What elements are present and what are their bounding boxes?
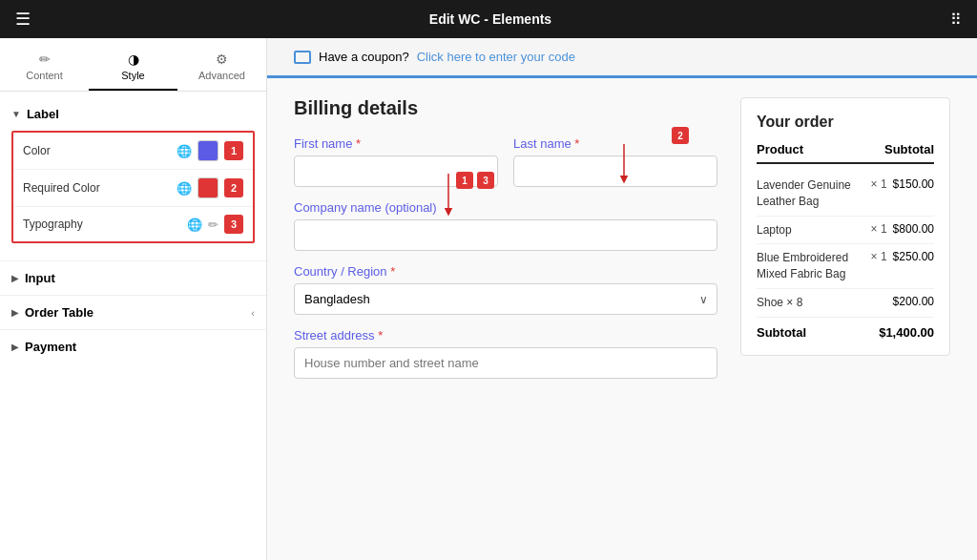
order-title: Your order bbox=[757, 114, 934, 131]
item-0-qty: × 1 bbox=[871, 177, 887, 191]
item-1-qty: × 1 bbox=[871, 222, 887, 236]
typography-label: Typography bbox=[23, 218, 83, 231]
order-table: Product Subtotal Lavender Genuine Leathe… bbox=[757, 142, 934, 340]
order-table-right-chevron: ‹ bbox=[251, 307, 255, 319]
company-name-label: Company name (optional) bbox=[294, 200, 717, 215]
country-required-star: * bbox=[390, 264, 395, 279]
order-item: Lavender Genuine Leather Bag × 1 $150.00 bbox=[757, 172, 934, 217]
item-3-name: Shoe × 8 bbox=[757, 295, 882, 311]
color-globe-icon[interactable]: 🌐 bbox=[177, 144, 192, 158]
item-1-name: Laptop bbox=[757, 222, 865, 239]
annotation-2-badge: 2 bbox=[672, 127, 689, 144]
payment-arrow-icon: ▶ bbox=[11, 342, 19, 352]
advanced-icon: ⚙ bbox=[216, 52, 228, 67]
payment-section[interactable]: ▶ Payment bbox=[0, 329, 266, 363]
badge-3: 3 bbox=[477, 172, 494, 189]
first-name-label: First name * bbox=[294, 136, 498, 151]
style-icon: ◑ bbox=[128, 52, 139, 67]
top-bar-title: Edit WC - Elements bbox=[429, 11, 551, 27]
required-color-controls: 🌐 2 bbox=[177, 177, 243, 198]
main-layout: ✏ Content ◑ Style ⚙ Advanced ▼ Label bbox=[0, 38, 977, 560]
tab-content-label: Content bbox=[26, 70, 63, 81]
last-name-input[interactable] bbox=[513, 156, 717, 187]
required-color-row: Required Color 🌐 2 bbox=[13, 170, 253, 207]
company-name-input[interactable] bbox=[294, 219, 717, 251]
tab-advanced-label: Advanced bbox=[198, 70, 245, 81]
order-table-section[interactable]: ▶ Order Table ‹ bbox=[0, 295, 266, 329]
required-color-label: Required Color bbox=[23, 181, 100, 195]
input-arrow-icon: ▶ bbox=[11, 273, 19, 283]
input-label: Input bbox=[25, 271, 55, 285]
coupon-icon bbox=[294, 51, 311, 64]
input-section[interactable]: ▶ Input bbox=[0, 260, 266, 295]
street-address-label: Street address * bbox=[294, 328, 717, 342]
company-name-group: Company name (optional) bbox=[294, 200, 717, 251]
typography-globe-icon[interactable]: 🌐 bbox=[187, 218, 202, 232]
item-1-price: $800.00 bbox=[893, 222, 934, 236]
coupon-bar: Have a coupon? Click here to enter your … bbox=[267, 38, 977, 78]
street-required-star: * bbox=[378, 328, 383, 342]
typography-row: Typography 🌐 ✏ 3 bbox=[13, 207, 253, 241]
top-bar: ☰ Edit WC - Elements ⠿ bbox=[0, 0, 977, 38]
label-section-header[interactable]: ▼ Label bbox=[0, 101, 266, 127]
tab-style[interactable]: ◑ Style bbox=[89, 46, 177, 91]
tab-content[interactable]: ✏ Content bbox=[0, 46, 89, 91]
tab-style-label: Style bbox=[121, 70, 144, 81]
order-item: Shoe × 8 $200.00 bbox=[757, 289, 934, 318]
grid-icon[interactable]: ⠿ bbox=[950, 10, 962, 29]
hamburger-icon[interactable]: ☰ bbox=[15, 9, 31, 30]
item-2-price: $250.00 bbox=[893, 250, 934, 263]
subtotal-value: $1,400.00 bbox=[879, 325, 934, 340]
content-area: Billing details First name * Last name bbox=[267, 78, 977, 398]
required-globe-icon[interactable]: 🌐 bbox=[177, 181, 192, 196]
label-arrow-icon: ▼ bbox=[11, 109, 21, 119]
coupon-link[interactable]: Click here to enter your code bbox=[417, 50, 575, 64]
panel-tabs: ✏ Content ◑ Style ⚙ Advanced bbox=[0, 38, 266, 92]
street-address-input[interactable] bbox=[294, 347, 717, 379]
tab-advanced[interactable]: ⚙ Advanced bbox=[177, 46, 266, 91]
color-label: Color bbox=[23, 144, 51, 157]
order-subtotal-row: Subtotal $1,400.00 bbox=[757, 318, 934, 340]
color-controls: 🌐 1 bbox=[177, 140, 243, 161]
country-group: Country / Region * Bangladesh ∨ bbox=[294, 264, 717, 315]
order-table-arrow-icon: ▶ bbox=[11, 307, 19, 318]
order-item: Blue Embroidered Mixed Fabric Bag × 1 $2… bbox=[757, 244, 934, 289]
content-icon: ✏ bbox=[39, 52, 51, 67]
order-subtotal-header: Subtotal bbox=[884, 142, 934, 156]
item-0-name: Lavender Genuine Leather Bag bbox=[757, 177, 865, 210]
last-name-required-star: * bbox=[574, 136, 579, 151]
color-setting-row: Color 🌐 1 bbox=[13, 133, 253, 170]
first-name-required-star: * bbox=[356, 136, 361, 151]
typography-pencil-icon[interactable]: ✏ bbox=[208, 218, 218, 232]
item-2-name: Blue Embroidered Mixed Fabric Bag bbox=[757, 250, 865, 282]
company-name-annotation-area: 1 3 Company name (optional) bbox=[294, 200, 717, 251]
item-2-qty: × 1 bbox=[871, 250, 887, 263]
required-color-badge: 2 bbox=[224, 178, 243, 197]
country-select[interactable]: Bangladesh bbox=[294, 283, 717, 315]
color-swatch[interactable] bbox=[197, 140, 218, 161]
coupon-text: Have a coupon? bbox=[319, 50, 409, 64]
order-item: Laptop × 1 $800.00 bbox=[757, 217, 934, 245]
color-badge: 1 bbox=[224, 141, 243, 160]
billing-form: Billing details First name * Last name bbox=[294, 97, 717, 379]
label-section: ▼ Label Color 🌐 1 Required Color bbox=[0, 92, 266, 260]
annotation-13-row: 1 3 bbox=[456, 172, 494, 189]
label-settings-box: Color 🌐 1 Required Color 🌐 2 bbox=[11, 131, 255, 243]
billing-title: Billing details bbox=[294, 97, 717, 119]
badge-2: 2 bbox=[672, 127, 689, 144]
subtotal-label: Subtotal bbox=[757, 325, 806, 340]
country-label: Country / Region * bbox=[294, 264, 717, 279]
required-color-swatch[interactable] bbox=[197, 177, 218, 198]
street-address-group: Street address * bbox=[294, 328, 717, 379]
order-table-label: Order Table bbox=[25, 305, 94, 320]
item-0-price: $150.00 bbox=[893, 177, 934, 191]
name-row: First name * Last name * bbox=[294, 136, 717, 187]
typography-badge: 3 bbox=[224, 215, 243, 234]
label-section-title: Label bbox=[27, 107, 59, 121]
item-3-price: $200.00 bbox=[893, 295, 934, 308]
order-summary: Your order Product Subtotal Lavender Gen… bbox=[740, 97, 950, 356]
country-select-wrapper: Bangladesh ∨ bbox=[294, 283, 717, 315]
order-table-header: Product Subtotal bbox=[757, 142, 934, 164]
right-content: Have a coupon? Click here to enter your … bbox=[267, 38, 977, 560]
left-panel: ✏ Content ◑ Style ⚙ Advanced ▼ Label bbox=[0, 38, 267, 560]
